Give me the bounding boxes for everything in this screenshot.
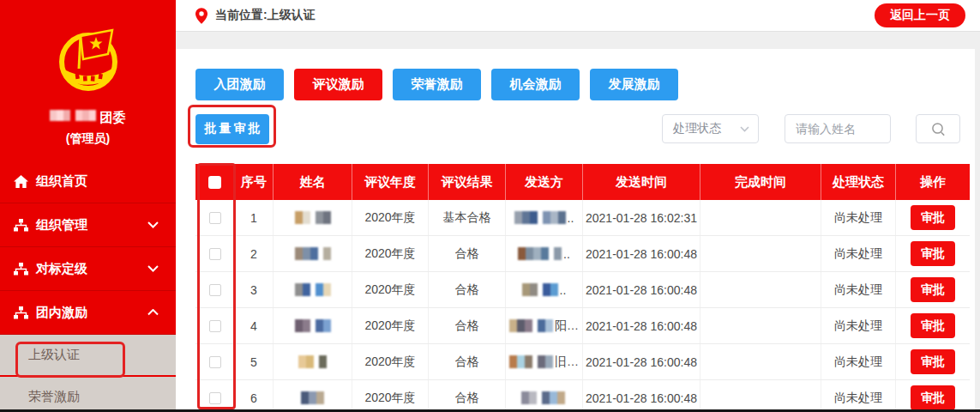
mosaic-block xyxy=(521,391,529,404)
mosaic-block xyxy=(530,283,538,296)
approve-button[interactable]: 审批 xyxy=(911,241,955,266)
sidebar-submenu: 上级认证 荣誉激励 xyxy=(0,335,176,412)
submenu-item-honor-incentive[interactable]: 荣誉激励 xyxy=(0,377,176,412)
batch-approve-button[interactable]: 批量审批 xyxy=(195,114,269,144)
header-action: 操作 xyxy=(896,164,970,200)
mosaic-block xyxy=(558,211,566,224)
app-window: 团委 (管理员) 组织首页 组织管理 对标定级 团内激励 xyxy=(0,0,980,412)
mosaic-block xyxy=(323,319,331,332)
cell-name xyxy=(274,308,352,343)
row-checkbox-cell xyxy=(195,380,235,412)
sidebar-item-label: 团内激励 xyxy=(36,305,87,321)
sidebar-item-benchmark-rating[interactable]: 对标定级 xyxy=(0,247,176,291)
sidebar-item-league-incentive[interactable]: 团内激励 xyxy=(0,291,176,335)
cell-sent-time: 2021-01-28 16:00:48 xyxy=(583,272,700,307)
cell-review-year: 2020年度 xyxy=(352,272,429,307)
header-finish-time: 完成时间 xyxy=(700,164,821,200)
mosaic-block xyxy=(50,110,57,121)
cell-review-year: 2020年度 xyxy=(352,308,429,343)
table-row: 2 2020年度 合格 .. 2021-01-28 16:00:48 尚未处理 … xyxy=(195,236,970,272)
mosaic-block xyxy=(530,211,538,224)
submenu-item-label: 上级认证 xyxy=(28,347,80,363)
league-emblem-logo xyxy=(55,24,122,94)
tab-opportunity-incentive[interactable]: 机会激励 xyxy=(491,69,580,100)
status-filter-select[interactable]: 处理状态 xyxy=(662,114,759,143)
mosaic-block xyxy=(298,355,306,368)
cell-status: 尚未处理 xyxy=(821,272,896,307)
cell-name xyxy=(274,272,352,307)
sender-suffix: .. xyxy=(568,211,574,225)
org-sitemap-icon xyxy=(14,263,28,276)
submenu-item-superior-certification[interactable]: 上级认证 xyxy=(0,335,176,375)
content-area: 入团激励 评议激励 荣誉激励 机会激励 发展激励 批量审批 处理状态 xyxy=(176,33,980,412)
censored-sender xyxy=(518,247,562,261)
row-checkbox[interactable] xyxy=(209,392,221,404)
current-location-label: 当前位置:上级认证 xyxy=(215,8,316,23)
mosaic-block xyxy=(517,319,525,332)
status-filter-value: 处理状态 xyxy=(673,121,721,136)
cell-action: 审批 xyxy=(896,272,970,307)
name-search-input[interactable] xyxy=(785,114,891,143)
censored-sender xyxy=(521,391,565,405)
approve-button[interactable]: 审批 xyxy=(911,277,955,302)
approve-button[interactable]: 审批 xyxy=(911,385,955,410)
mosaic-block xyxy=(518,247,526,260)
tab-join-incentive[interactable]: 入团激励 xyxy=(195,69,284,100)
table-row: 4 2020年度 合格 阳… 2021-01-28 16:00:48 尚未处理 … xyxy=(195,308,970,344)
approve-button[interactable]: 审批 xyxy=(911,349,955,374)
topbar: 当前位置:上级认证 返回上一页 xyxy=(176,0,980,32)
breadcrumb: 当前位置:上级认证 xyxy=(195,8,316,24)
mosaic-block xyxy=(75,110,82,121)
row-checkbox[interactable] xyxy=(209,212,221,224)
cell-status: 尚未处理 xyxy=(821,380,896,412)
league-emblem-icon xyxy=(55,24,122,94)
sender-suffix: .. xyxy=(560,283,567,297)
tab-review-incentive[interactable]: 评议激励 xyxy=(294,69,382,100)
mosaic-block xyxy=(525,355,532,368)
row-checkbox-cell xyxy=(195,344,235,379)
mosaic-block xyxy=(295,247,303,260)
cell-sender: 阳… xyxy=(506,308,583,343)
mosaic-block xyxy=(82,110,89,121)
mosaic-block xyxy=(89,110,96,121)
cell-review-result: 合格 xyxy=(429,236,506,271)
tab-honor-incentive[interactable]: 荣誉激励 xyxy=(393,69,481,100)
censored-name xyxy=(295,211,331,225)
row-checkbox[interactable] xyxy=(209,284,221,296)
cell-review-year: 2020年度 xyxy=(352,344,429,379)
mosaic-block xyxy=(316,391,324,404)
cell-action: 审批 xyxy=(896,200,970,235)
sidebar-item-org-management[interactable]: 组织管理 xyxy=(0,203,176,247)
row-checkbox[interactable] xyxy=(209,320,221,332)
cell-review-year: 2020年度 xyxy=(352,380,429,412)
row-checkbox[interactable] xyxy=(209,356,221,368)
row-checkbox[interactable] xyxy=(209,248,221,260)
table-row: 1 2020年度 基本合格 .. 2021-01-28 16:02:31 尚未处… xyxy=(195,200,970,236)
censored-sender xyxy=(509,319,553,333)
tab-development-incentive[interactable]: 发展激励 xyxy=(590,69,678,100)
sidebar-menu: 组织首页 组织管理 对标定级 团内激励 上级认证 xyxy=(0,160,176,412)
select-all-checkbox[interactable] xyxy=(208,176,221,189)
mosaic-block xyxy=(509,319,517,332)
back-button[interactable]: 返回上一页 xyxy=(875,3,965,27)
cell-action: 审批 xyxy=(896,380,970,412)
mosaic-block xyxy=(303,211,310,224)
cell-name xyxy=(274,344,352,379)
approve-button[interactable]: 审批 xyxy=(911,313,955,338)
header-sent-time: 发送时间 xyxy=(583,164,700,200)
search-button[interactable] xyxy=(916,114,960,143)
header-status: 处理状态 xyxy=(821,164,896,200)
org-name-censored xyxy=(50,108,96,122)
censored-name xyxy=(295,283,331,297)
chevron-down-icon xyxy=(147,265,159,272)
censored-name xyxy=(295,319,331,333)
sidebar-item-org-home[interactable]: 组织首页 xyxy=(0,160,176,203)
approve-button[interactable]: 审批 xyxy=(911,205,955,230)
submenu-item-label: 荣誉激励 xyxy=(28,389,80,405)
table-header-row: 序号 姓名 评议年度 评议结果 发送方 发送时间 完成时间 处理状态 操作 xyxy=(195,164,970,200)
mosaic-block xyxy=(295,283,303,296)
cell-status: 尚未处理 xyxy=(821,308,896,343)
cell-status: 尚未处理 xyxy=(821,200,896,235)
mosaic-block xyxy=(295,319,303,332)
header-review-year: 评议年度 xyxy=(352,164,429,200)
